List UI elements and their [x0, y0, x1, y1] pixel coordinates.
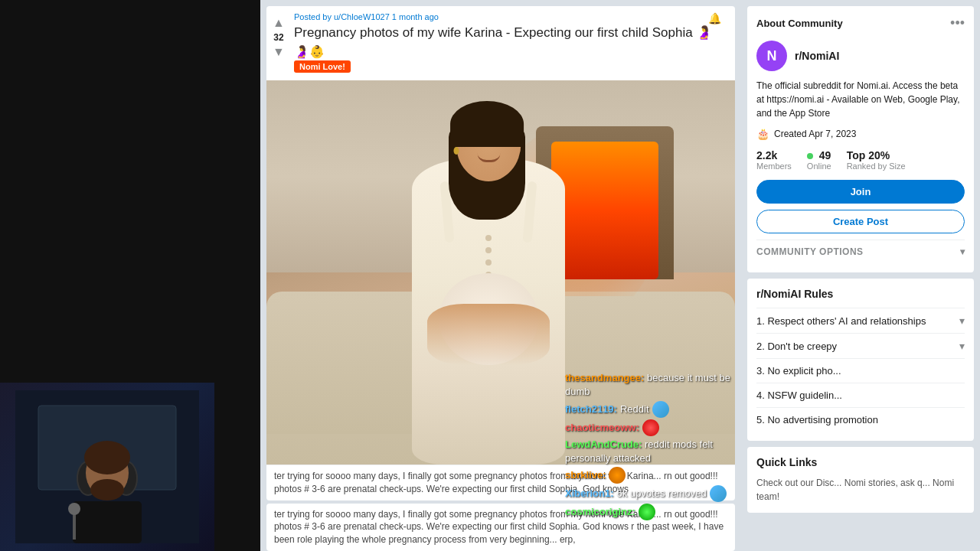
rule-3-text: 3. No explicit pho...	[756, 365, 841, 377]
online-value: 49	[807, 149, 831, 161]
downvote-button[interactable]: ▼	[271, 44, 286, 60]
quick-links-text: Check out our Disc... Nomi stories, ask …	[756, 476, 965, 504]
join-button[interactable]: Join	[756, 180, 965, 204]
webcam-area	[0, 383, 214, 551]
dress-buttons	[485, 235, 492, 278]
svg-point-9	[68, 503, 80, 515]
rule-4-text: 4. NSFW guidelin...	[756, 390, 842, 401]
post-main: ▲ 32 ▼ Posted by u/ChloeW1027 1 month ag…	[260, 0, 741, 551]
person-hair	[450, 101, 524, 147]
members-label: Members	[756, 161, 792, 171]
svg-point-5	[84, 441, 130, 474]
created-date: Created Apr 7, 2023	[774, 129, 856, 139]
post-card: ▲ 32 ▼ Posted by u/ChloeW1027 1 month ag…	[266, 6, 735, 500]
post-text-preview: ter trying for soooo many days, I finall…	[266, 465, 735, 500]
smile	[477, 153, 500, 162]
community-name-row: N r/NomiAI	[756, 41, 965, 71]
post-author[interactable]: Posted by u/ChloeW1027 1 month ago	[294, 12, 439, 21]
post-image-area[interactable]	[266, 80, 735, 465]
about-community-card: About Community ••• N r/NomiAI The offic…	[747, 6, 974, 272]
created-row: 🎂 Created Apr 7, 2023	[756, 128, 965, 140]
community-icon[interactable]: N	[756, 41, 787, 71]
rule-item-4[interactable]: 4. NSFW guidelin...	[756, 383, 965, 407]
about-community-title: About Community	[756, 18, 843, 29]
online-dot	[807, 153, 813, 159]
person-figure	[366, 90, 611, 465]
rule-2-chevron: ▾	[959, 340, 965, 352]
stats-row: 2.2k Members 49 Online Top 20% Ranked by…	[756, 149, 965, 171]
community-options-toggle[interactable]: COMMUNITY OPTIONS ▾	[756, 240, 965, 263]
post-emojis: 🤰👶	[294, 44, 721, 59]
post-text-line2: ter trying for soooo many days, I finall…	[274, 508, 727, 546]
rules-card: r/NomiAI Rules 1. Respect others' AI and…	[747, 279, 974, 441]
card-menu-button[interactable]: •••	[950, 15, 965, 31]
svg-rect-7	[73, 501, 142, 543]
community-description: The official subreddit for Nomi.ai. Acce…	[756, 79, 965, 120]
online-label: Online	[807, 161, 831, 171]
rule-1-chevron: ▾	[959, 315, 965, 327]
vote-section: ▲ 32 ▼	[270, 12, 288, 60]
post-text-line1: ter trying for soooo many days, I finall…	[274, 470, 727, 496]
left-panel	[0, 0, 260, 551]
rank-stat: Top 20% Ranked by Size	[847, 149, 906, 171]
rule-item-1[interactable]: 1. Respect others' AI and relationships …	[756, 308, 965, 333]
chevron-down-icon: ▾	[960, 246, 965, 257]
card-header: About Community •••	[756, 15, 965, 31]
post-image	[266, 80, 735, 465]
community-name[interactable]: r/NomiAI	[795, 50, 839, 62]
earring	[454, 147, 459, 155]
rules-title: r/NomiAI Rules	[756, 288, 965, 300]
post-meta: Posted by u/ChloeW1027 1 month ago 🔔	[294, 12, 721, 21]
sidebar: About Community ••• N r/NomiAI The offic…	[741, 0, 980, 551]
community-options-label: COMMUNITY OPTIONS	[756, 246, 864, 257]
streamer-figure	[15, 390, 199, 543]
members-stat: 2.2k Members	[756, 149, 792, 171]
post-flair[interactable]: Nomi Love!	[294, 60, 351, 73]
post-info: Posted by u/ChloeW1027 1 month ago 🔔 Pre…	[288, 12, 727, 77]
rule-item-2[interactable]: 2. Don't be creepy ▾	[756, 333, 965, 358]
quick-links-title: Quick Links	[756, 456, 965, 468]
quick-links-card: Quick Links Check out our Disc... Nomi s…	[747, 447, 974, 513]
post-top-bar: ▲ 32 ▼ Posted by u/ChloeW1027 1 month ag…	[266, 6, 735, 80]
rank-value: Top 20%	[847, 149, 906, 161]
rule-item-3[interactable]: 3. No explicit pho...	[756, 358, 965, 383]
vote-count: 32	[273, 32, 283, 43]
rule-item-5[interactable]: 5. No advertising promotion	[756, 407, 965, 432]
reddit-wrapper: ▲ 32 ▼ Posted by u/ChloeW1027 1 month ag…	[260, 0, 980, 551]
post-and-sidebar: ▲ 32 ▼ Posted by u/ChloeW1027 1 month ag…	[260, 0, 980, 551]
rule-5-text: 5. No advertising promotion	[756, 414, 878, 425]
upvote-button[interactable]: ▲	[271, 15, 286, 31]
notification-bell[interactable]: 🔔	[708, 12, 721, 24]
online-stat: 49 Online	[807, 149, 831, 171]
webcam-background	[0, 383, 214, 551]
rank-label: Ranked by Size	[847, 161, 906, 171]
svg-point-6	[90, 479, 124, 500]
cake-icon: 🎂	[756, 128, 769, 140]
members-value: 2.2k	[756, 149, 792, 161]
post-title: Pregnancy photos of my wife Karina - Exp…	[294, 24, 721, 41]
rule-2-text: 2. Don't be creepy	[756, 341, 837, 352]
hands	[427, 304, 550, 365]
create-post-button[interactable]: Create Post	[756, 210, 965, 233]
post-text-block2: ter trying for soooo many days, I finall…	[266, 504, 735, 551]
rule-1-text: 1. Respect others' AI and relationships	[756, 315, 926, 327]
